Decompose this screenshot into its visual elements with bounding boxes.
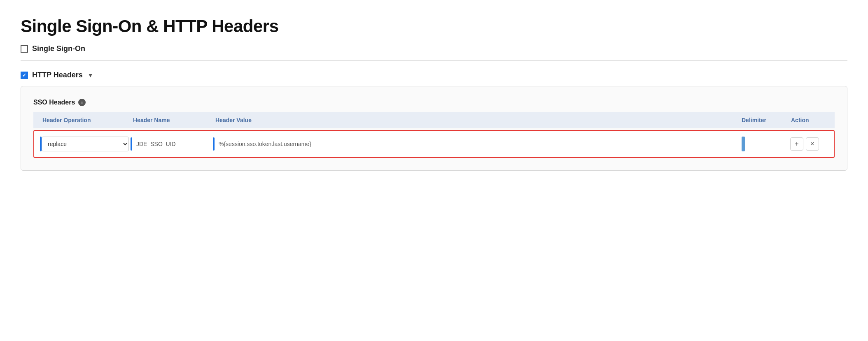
http-headers-label: HTTP Headers bbox=[32, 71, 83, 79]
operation-dropdown[interactable]: replace add remove bbox=[42, 137, 129, 151]
header-name-input[interactable] bbox=[132, 137, 211, 151]
http-headers-checkbox[interactable] bbox=[21, 72, 28, 79]
table-header-row: Header Operation Header Name Header Valu… bbox=[33, 112, 835, 128]
cell-separator-name bbox=[131, 137, 132, 151]
cell-separator-value bbox=[213, 137, 215, 151]
header-value-input[interactable] bbox=[215, 137, 736, 151]
table-row: replace add remove + bbox=[33, 130, 835, 158]
add-row-button[interactable]: + bbox=[790, 137, 803, 151]
section-divider bbox=[21, 60, 847, 61]
page-title: Single Sign-On & HTTP Headers bbox=[21, 16, 847, 36]
col-header-operation: Header Operation bbox=[39, 116, 130, 124]
delimiter-bar bbox=[742, 137, 745, 151]
cell-operation: replace add remove bbox=[40, 135, 131, 153]
cell-delimiter bbox=[737, 135, 787, 153]
cell-header-name bbox=[131, 136, 213, 152]
sso-headers-table: Header Operation Header Name Header Valu… bbox=[33, 112, 835, 158]
chevron-down-icon[interactable]: ▼ bbox=[88, 72, 93, 79]
cell-action: + × bbox=[787, 136, 828, 152]
sso-label: Single Sign-On bbox=[32, 44, 85, 53]
remove-row-button[interactable]: × bbox=[806, 137, 819, 151]
col-header-value: Header Value bbox=[212, 116, 738, 124]
info-icon[interactable]: i bbox=[78, 99, 86, 106]
col-header-action: Action bbox=[788, 116, 829, 124]
http-headers-toggle: HTTP Headers ▼ bbox=[21, 71, 847, 79]
http-headers-section: HTTP Headers ▼ SSO Headers i Header Oper… bbox=[21, 71, 847, 171]
sso-headers-label: SSO Headers bbox=[33, 99, 75, 106]
cell-separator-operation bbox=[40, 137, 42, 151]
cell-header-value bbox=[213, 136, 737, 152]
headers-container: SSO Headers i Header Operation Header Na… bbox=[21, 86, 847, 171]
sso-checkbox[interactable] bbox=[21, 45, 28, 53]
sso-section: Single Sign-On bbox=[21, 44, 847, 53]
col-header-name: Header Name bbox=[130, 116, 212, 124]
sso-headers-title: SSO Headers i bbox=[33, 99, 835, 106]
col-header-delimiter: Delimiter bbox=[738, 116, 788, 124]
